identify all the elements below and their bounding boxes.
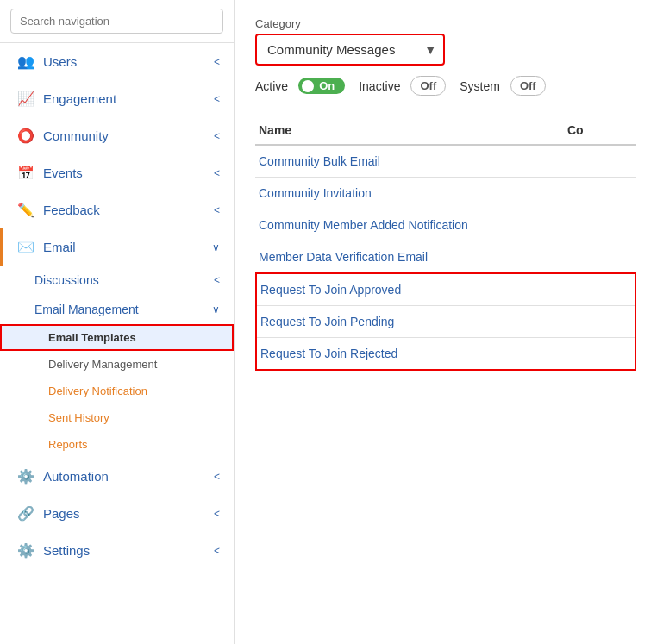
events-icon: 📅: [17, 165, 34, 181]
sidebar-item-feedback[interactable]: ✏️ Feedback <: [0, 191, 234, 228]
chevron-icon: <: [214, 471, 220, 483]
on-label: On: [319, 79, 335, 92]
chevron-icon: <: [214, 204, 220, 216]
sidebar-item-label: Events: [43, 166, 214, 180]
sidebar-item-label: Reports: [48, 438, 88, 451]
row-link[interactable]: Community Bulk Email: [259, 154, 380, 168]
community-icon: ⭕: [17, 128, 34, 144]
sidebar-item-automation[interactable]: ⚙️ Automation <: [0, 458, 234, 495]
sidebar-item-reports[interactable]: Reports: [0, 431, 234, 458]
active-label: Active: [255, 79, 288, 93]
col-name-header: Name: [255, 123, 567, 137]
engagement-icon: 📈: [17, 91, 34, 107]
table-header: Name Co: [255, 116, 636, 146]
users-icon: 👥: [17, 53, 34, 70]
row-link[interactable]: Member Data Verification Email: [259, 250, 428, 264]
chevron-icon: <: [214, 93, 220, 105]
sidebar-item-label: Delivery Management: [48, 358, 157, 371]
sidebar-item-email-management[interactable]: Email Management ∨: [0, 295, 234, 324]
inactive-toggle[interactable]: Off: [410, 76, 446, 96]
sidebar-item-label: Settings: [43, 543, 214, 558]
sidebar-item-label: Email: [43, 240, 212, 254]
row-link[interactable]: Request To Join Rejected: [260, 347, 397, 360]
request-group: Request To Join Approved Request To Join…: [255, 272, 636, 371]
inactive-label: Inactive: [359, 79, 400, 93]
chevron-icon: <: [214, 167, 220, 179]
sidebar-item-label: Engagement: [43, 91, 214, 106]
sidebar-item-label: Pages: [43, 506, 214, 521]
chevron-down-icon: ∨: [212, 241, 220, 253]
sidebar-item-engagement[interactable]: 📈 Engagement <: [0, 80, 234, 117]
chevron-down-icon: ∨: [212, 303, 220, 316]
sidebar-item-pages[interactable]: 🔗 Pages <: [0, 495, 234, 532]
sidebar-item-label: Email Management: [34, 303, 139, 316]
sidebar-item-label: Sent History: [48, 411, 110, 424]
row-link[interactable]: Community Member Added Notification: [259, 218, 468, 232]
sidebar-item-settings[interactable]: ⚙️ Settings <: [0, 532, 234, 569]
table-row: Request To Join Approved: [257, 274, 635, 306]
row-link[interactable]: Request To Join Approved: [260, 283, 401, 297]
system-label: System: [460, 79, 500, 93]
table-row: Community Bulk Email: [255, 146, 636, 178]
sidebar-item-discussions[interactable]: Discussions <: [0, 266, 234, 295]
table-row: Member Data Verification Email: [255, 241, 636, 273]
row-link[interactable]: Community Invitation: [259, 186, 372, 200]
chevron-icon: <: [214, 545, 220, 557]
category-label: Category: [255, 17, 636, 30]
toggle-knob: [302, 80, 314, 92]
table-row: Community Invitation: [255, 178, 636, 209]
pages-icon: 🔗: [17, 505, 34, 522]
sidebar: 👥 Users < 📈 Engagement < ⭕ Community < 📅…: [0, 0, 235, 644]
table-row: Request To Join Rejected: [257, 338, 635, 369]
chevron-icon: <: [214, 508, 220, 520]
sidebar-item-events[interactable]: 📅 Events <: [0, 154, 234, 191]
sidebar-item-label: Automation: [43, 469, 214, 484]
category-select-wrapper: Community Messages ▼: [255, 34, 445, 66]
table-row: Community Member Added Notification: [255, 209, 636, 241]
main-content: Category Community Messages ▼ Active On …: [235, 0, 657, 644]
feedback-icon: ✏️: [17, 202, 34, 218]
sidebar-item-delivery-notification[interactable]: Delivery Notification: [0, 378, 234, 404]
sidebar-item-community[interactable]: ⭕ Community <: [0, 117, 234, 154]
sidebar-nav: 👥 Users < 📈 Engagement < ⭕ Community < 📅…: [0, 43, 234, 644]
sidebar-item-email-templates[interactable]: Email Templates: [0, 324, 234, 351]
sidebar-item-label: Feedback: [43, 203, 214, 217]
sidebar-item-label: Delivery Notification: [48, 385, 147, 397]
chevron-icon: <: [214, 56, 220, 68]
row-link[interactable]: Request To Join Pending: [260, 315, 394, 328]
active-toggle[interactable]: On: [298, 78, 345, 94]
settings-icon: ⚙️: [17, 542, 34, 559]
col-co-header: Co: [567, 123, 636, 137]
sidebar-item-email[interactable]: ✉️ Email ∨: [0, 228, 234, 266]
automation-icon: ⚙️: [17, 468, 34, 485]
email-icon: ✉️: [17, 239, 34, 255]
sidebar-item-delivery-management[interactable]: Delivery Management: [0, 351, 234, 378]
system-toggle[interactable]: Off: [510, 76, 546, 96]
sidebar-item-users[interactable]: 👥 Users <: [0, 43, 234, 80]
sidebar-item-sent-history[interactable]: Sent History: [0, 404, 234, 431]
toggles-row: Active On Inactive Off System Off: [255, 76, 636, 96]
chevron-icon: <: [214, 130, 220, 142]
search-container: [0, 0, 234, 43]
chevron-icon: <: [214, 274, 220, 286]
category-select[interactable]: Community Messages: [255, 34, 445, 66]
sidebar-item-label: Email Templates: [48, 331, 136, 344]
search-input[interactable]: [10, 9, 223, 34]
sidebar-item-label: Users: [43, 54, 214, 69]
table-row: Request To Join Pending: [257, 306, 635, 338]
sidebar-item-label: Community: [43, 128, 214, 143]
sidebar-item-label: Discussions: [34, 273, 99, 287]
